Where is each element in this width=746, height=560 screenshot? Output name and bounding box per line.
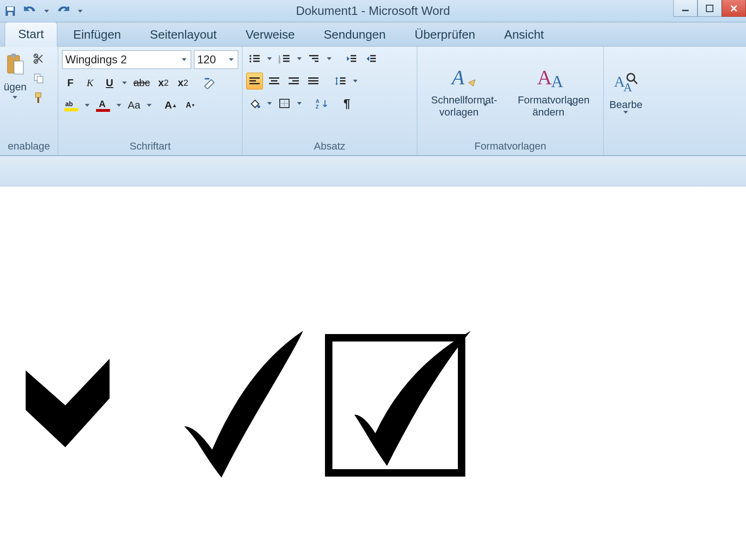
superscript-button[interactable]: x2 [174, 75, 191, 91]
paste-dropdown[interactable] [11, 96, 19, 99]
borders-button[interactable] [276, 95, 293, 112]
svg-rect-54 [340, 83, 345, 84]
sort-button[interactable]: AZ [313, 95, 330, 112]
tab-einfuegen[interactable]: Einfügen [60, 23, 134, 47]
multilevel-dropdown[interactable] [325, 57, 333, 60]
undo-dropdown[interactable] [43, 10, 50, 13]
glyph-heavy-check [26, 359, 110, 447]
shrink-font-button[interactable]: A▼ [182, 97, 199, 114]
svg-rect-1 [7, 7, 14, 11]
glyph-checked-box [329, 331, 471, 473]
svg-rect-3 [682, 10, 689, 11]
borders-icon [279, 98, 290, 109]
quick-styles-button[interactable]: A Schnellformat- vorlagen [426, 50, 503, 130]
justify-icon [307, 76, 319, 86]
decrease-indent-button[interactable] [343, 50, 360, 67]
numbered-list-button[interactable]: 123 [276, 50, 293, 67]
font-size-combo[interactable]: 120 [194, 50, 238, 69]
svg-rect-13 [37, 97, 39, 103]
highlight-color-button[interactable]: ab [62, 97, 81, 114]
save-icon [5, 6, 16, 17]
svg-rect-12 [35, 93, 41, 97]
indent-icon [366, 54, 377, 63]
pilcrow-icon: ¶ [344, 96, 350, 111]
group-label-clipboard: enablage [4, 139, 54, 155]
group-label-styles: Formatvorlagen [421, 139, 600, 155]
font-name-value: Wingdings 2 [65, 53, 127, 66]
align-left-button[interactable] [246, 73, 263, 89]
maximize-button[interactable] [698, 0, 722, 17]
tab-sendungen[interactable]: Sendungen [311, 23, 399, 47]
document-page[interactable] [0, 186, 746, 559]
tab-verweise[interactable]: Verweise [233, 23, 308, 47]
close-button[interactable] [722, 0, 746, 17]
svg-rect-2 [8, 12, 13, 16]
highlight-dropdown[interactable] [83, 104, 91, 107]
find-button[interactable]: AA Bearbe [608, 50, 644, 130]
svg-line-67 [634, 80, 637, 84]
undo-button[interactable] [23, 5, 36, 18]
justify-button[interactable] [305, 73, 322, 89]
quick-styles-dropdown[interactable] [482, 106, 489, 118]
change-case-dropdown[interactable] [145, 104, 153, 107]
svg-text:ab: ab [65, 100, 73, 108]
shading-button[interactable] [246, 95, 263, 112]
svg-rect-31 [312, 58, 318, 59]
font-name-dropdown[interactable] [180, 58, 188, 61]
show-marks-button[interactable]: ¶ [338, 95, 355, 112]
change-styles-label-2: ändern [532, 106, 565, 118]
quick-styles-label-2: vorlagen [439, 106, 478, 118]
svg-text:3: 3 [278, 60, 281, 63]
multilevel-list-button[interactable] [306, 50, 323, 67]
qat-customize-dropdown[interactable] [76, 10, 84, 13]
redo-button[interactable] [57, 5, 70, 18]
italic-button[interactable]: K [82, 75, 98, 91]
bullet-list-button[interactable] [246, 50, 263, 67]
font-name-combo[interactable]: Wingdings 2 [62, 50, 191, 69]
cut-button[interactable] [30, 50, 47, 67]
group-label-paragraph: Absatz [246, 139, 413, 155]
tab-ansicht[interactable]: Ansicht [491, 23, 557, 47]
bullets-dropdown[interactable] [266, 57, 273, 60]
svg-rect-23 [253, 61, 260, 62]
bold-button[interactable]: F [62, 75, 79, 91]
tab-start[interactable]: Start [5, 22, 57, 47]
change-case-button[interactable]: Aa [125, 97, 143, 114]
clear-formatting-button[interactable] [200, 75, 218, 91]
strikethrough-button[interactable]: abc [131, 75, 152, 91]
paste-label: ügen [4, 81, 27, 93]
paste-icon [6, 53, 24, 76]
numbering-dropdown[interactable] [296, 57, 303, 60]
shading-dropdown[interactable] [266, 102, 273, 105]
underline-dropdown[interactable] [121, 82, 128, 84]
increase-indent-button[interactable] [363, 50, 380, 67]
align-center-button[interactable] [266, 73, 283, 89]
edit-dropdown[interactable] [622, 111, 629, 114]
underline-button[interactable]: U [101, 75, 118, 91]
ribbon-tabs: Start Einfügen Seitenlayout Verweise Sen… [0, 22, 746, 47]
paste-button[interactable] [4, 50, 26, 78]
svg-rect-42 [269, 77, 279, 79]
save-button[interactable] [4, 5, 17, 18]
group-styles: A Schnellformat- vorlagen AA Formatvorla… [417, 47, 604, 155]
font-color-dropdown[interactable] [115, 104, 123, 107]
line-spacing-dropdown[interactable] [352, 80, 359, 82]
copy-button[interactable] [30, 70, 47, 87]
line-spacing-button[interactable] [332, 73, 349, 89]
font-color-button[interactable]: A [94, 97, 112, 114]
font-size-dropdown[interactable] [228, 58, 235, 61]
borders-dropdown[interactable] [296, 102, 303, 105]
grow-font-button[interactable]: A▲ [162, 97, 180, 114]
change-styles-dropdown[interactable] [567, 106, 575, 118]
align-right-icon [288, 76, 300, 86]
svg-rect-45 [289, 77, 299, 79]
change-styles-button[interactable]: AA Formatvorlagen ändern [512, 50, 595, 130]
tab-ueberpruefen[interactable]: Überprüfen [401, 23, 488, 47]
svg-rect-46 [292, 80, 299, 82]
minimize-button[interactable] [673, 0, 698, 17]
tab-seitenlayout[interactable]: Seitenlayout [137, 23, 230, 47]
font-size-value: 120 [197, 53, 216, 66]
subscript-button[interactable]: x2 [155, 75, 172, 91]
align-right-button[interactable] [285, 73, 302, 89]
format-painter-button[interactable] [30, 89, 47, 106]
